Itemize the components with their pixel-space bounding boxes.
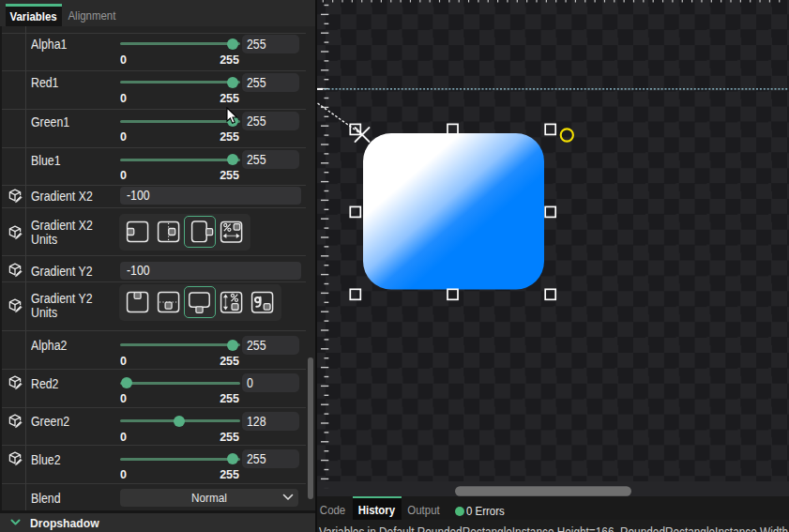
units-option-gradient-units[interactable]	[247, 286, 278, 317]
bottom-tab-label: History	[358, 503, 395, 517]
slider-min-label: 0	[120, 392, 127, 405]
bound-variable-cube-icon	[8, 375, 23, 390]
row-separator	[2, 407, 306, 408]
units-option-anchor-center-y[interactable]	[153, 286, 184, 317]
value-field-green1[interactable]: 255	[242, 112, 299, 130]
selection-handle[interactable]	[545, 124, 555, 134]
row-separator	[2, 255, 306, 256]
slider-min-label: 0	[120, 92, 127, 105]
slider-thumb-alpha1[interactable]	[227, 38, 238, 50]
row-label-green1: Green1	[31, 115, 69, 129]
bottom-tab-output[interactable]: Output	[405, 496, 444, 520]
row-separator	[2, 330, 306, 331]
rounded-rectangle-shape[interactable]	[363, 133, 544, 290]
value-field-green2[interactable]: 128	[242, 412, 299, 431]
slider-track-blue2[interactable]	[120, 458, 240, 461]
slider-min-label: 0	[120, 169, 127, 182]
units-option-anchor-right[interactable]	[184, 216, 215, 247]
value-field-red2[interactable]: 0	[242, 373, 299, 392]
value-field-alpha2[interactable]: 255	[242, 336, 299, 355]
panel-left-edge	[0, 26, 2, 532]
units-option-percent-height[interactable]	[216, 286, 247, 317]
stage-canvas[interactable]	[317, 0, 789, 496]
blend-dropdown[interactable]: Normal	[120, 489, 298, 507]
anchor-right-icon	[185, 216, 214, 248]
percent-width-icon	[217, 216, 246, 248]
gutter-divider	[25, 26, 26, 510]
slider-thumb-blue1[interactable]	[227, 154, 238, 165]
slider-track-red2[interactable]	[120, 382, 240, 385]
row-label-gradient-x2: Gradient X2	[31, 190, 93, 203]
bottom-tab-history[interactable]: History	[353, 496, 402, 520]
blend-dropdown-value: Normal	[191, 489, 227, 507]
slider-min-label: 0	[120, 355, 127, 368]
slider-max-label: 255	[218, 169, 239, 182]
row-label-alpha2: Alpha2	[31, 339, 67, 352]
selection-handle[interactable]	[545, 289, 555, 299]
canvas-overlay	[317, 0, 789, 496]
bottom-tab-bar: 0 Errors CodeHistoryOutput	[317, 496, 789, 520]
slider-max-label: 255	[218, 468, 239, 481]
slider-thumb-green2[interactable]	[174, 416, 185, 427]
text-input-gradient-y2[interactable]: -100	[120, 262, 301, 280]
row-separator	[2, 207, 306, 208]
slider-min-label: 0	[120, 468, 127, 481]
selection-handle[interactable]	[350, 124, 360, 134]
slider-thumb-red1[interactable]	[227, 77, 238, 88]
bound-variable-cube-icon	[8, 451, 23, 466]
units-option-anchor-left[interactable]	[122, 216, 153, 247]
bound-variable-cube-icon	[8, 298, 23, 313]
units-option-anchor-center-x[interactable]	[153, 216, 184, 247]
panel-scrollbar-thumb[interactable]	[308, 357, 313, 499]
value-field-blue2[interactable]: 255	[242, 449, 299, 468]
section-header-label: Dropshadow	[30, 516, 99, 530]
bottom-tab-code[interactable]: Code	[317, 496, 348, 520]
bottom-tab-label: Output	[408, 503, 440, 517]
value-field-blue1[interactable]: 255	[242, 150, 299, 169]
slider-track-red1[interactable]	[120, 81, 240, 84]
section-header-dropshadow[interactable]: Dropshadow	[0, 513, 316, 532]
bound-variable-cube-icon	[8, 414, 23, 429]
value-field-alpha1[interactable]: 255	[242, 35, 299, 53]
selection-handle[interactable]	[448, 124, 458, 134]
selection-handle[interactable]	[350, 206, 360, 217]
slider-max-label: 255	[218, 53, 239, 67]
text-input-gradient-x2[interactable]: -100	[120, 187, 301, 205]
value-field-red1[interactable]: 255	[242, 73, 299, 92]
slider-thumb-red2[interactable]	[121, 377, 132, 388]
row-separator	[2, 70, 306, 71]
slider-track-alpha2[interactable]	[120, 343, 240, 346]
units-option-anchor-top[interactable]	[122, 286, 153, 317]
slider-track-alpha1[interactable]	[120, 42, 240, 45]
slider-min-label: 0	[120, 53, 127, 67]
percent-height-icon	[217, 286, 246, 318]
rotation-handle[interactable]	[561, 129, 573, 141]
selection-handle[interactable]	[350, 289, 360, 299]
slider-max-label: 255	[218, 130, 239, 144]
slider-thumb-blue2[interactable]	[227, 453, 238, 464]
panel-tab-alignment[interactable]: Alignment	[62, 4, 122, 26]
slider-track-blue1[interactable]	[120, 159, 240, 161]
ruler-top	[323, 0, 779, 3]
value-field-text: 0	[247, 373, 253, 392]
selection-handle[interactable]	[448, 289, 458, 299]
panel-tab-variables[interactable]: Variables	[6, 4, 62, 26]
row-separator	[2, 445, 306, 446]
units-option-anchor-bottom[interactable]	[184, 286, 215, 317]
row-label-red1: Red1	[31, 76, 58, 89]
units-option-percent-width[interactable]	[216, 216, 247, 247]
slider-thumb-alpha2[interactable]	[227, 340, 238, 351]
canvas-horizontal-scrollbar[interactable]	[455, 486, 631, 495]
slider-min-label: 0	[120, 130, 127, 144]
chevron-down-icon	[282, 494, 294, 501]
row-label-blue2: Blue2	[31, 453, 61, 466]
slider-track-green1[interactable]	[120, 120, 240, 123]
anchor-center-x-icon	[154, 216, 183, 248]
row-separator	[2, 483, 306, 484]
bound-variable-cube-icon	[8, 263, 23, 278]
panel-tab-label: Variables	[9, 9, 56, 23]
row-separator	[2, 33, 306, 34]
selection-handle[interactable]	[545, 206, 555, 217]
panel-tab-label: Alignment	[68, 8, 116, 23]
slider-max-label: 255	[218, 355, 239, 368]
